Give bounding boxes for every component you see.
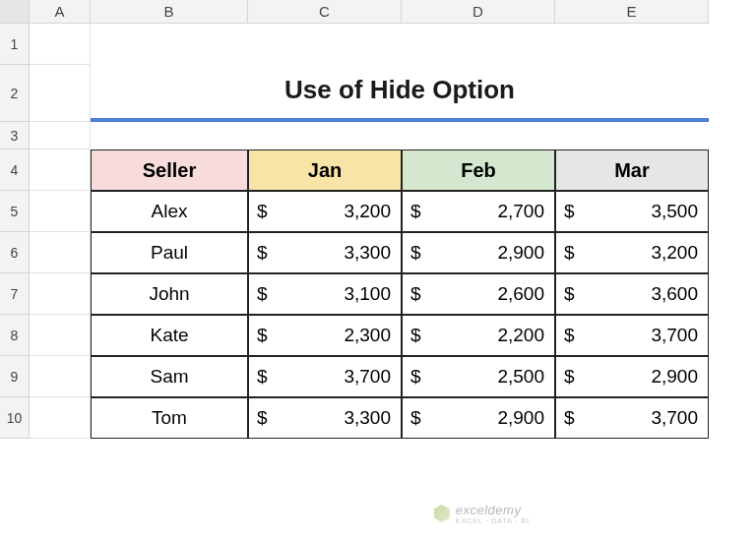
table-header-jan[interactable]: Jan	[248, 149, 402, 191]
cell-value: 3,700	[273, 366, 391, 388]
cell-value: 3,200	[273, 201, 391, 222]
currency-symbol: $	[257, 325, 273, 346]
watermark: exceldemy EXCEL · DATA · BI	[434, 503, 530, 524]
cell-value: 3,500	[580, 201, 698, 222]
cell-value: 2,500	[426, 366, 544, 388]
currency-symbol: $	[257, 366, 273, 388]
cell[interactable]	[30, 24, 91, 65]
cell[interactable]	[30, 65, 91, 122]
table-header-seller[interactable]: Seller	[91, 149, 248, 191]
cell-value: 2,700	[426, 201, 544, 222]
col-header-b[interactable]: B	[91, 0, 248, 24]
cell[interactable]	[30, 315, 91, 356]
cell[interactable]	[30, 356, 91, 397]
seller-cell[interactable]: John	[91, 273, 248, 315]
currency-symbol: $	[257, 283, 273, 305]
value-cell[interactable]: $2,900	[402, 232, 555, 273]
value-cell[interactable]: $3,200	[555, 232, 709, 273]
currency-symbol: $	[410, 366, 426, 388]
value-cell[interactable]: $2,700	[402, 191, 555, 232]
spreadsheet-grid: A B C D E 1 2 3 4 5 6 7 8 9 10 Use of Hi…	[0, 0, 756, 439]
cell[interactable]	[30, 273, 91, 315]
cell-value: 3,700	[580, 325, 698, 346]
cell-value: 3,700	[580, 407, 698, 429]
seller-cell[interactable]: Sam	[91, 356, 248, 397]
cell-value: 3,600	[580, 283, 698, 305]
value-cell[interactable]: $3,700	[248, 356, 402, 397]
currency-symbol: $	[410, 283, 426, 305]
value-cell[interactable]: $3,600	[555, 273, 709, 315]
currency-symbol: $	[410, 407, 426, 429]
row-header-5[interactable]: 5	[0, 191, 30, 232]
cell-value: 2,900	[426, 242, 544, 264]
currency-symbol: $	[564, 407, 580, 429]
col-header-a[interactable]: A	[30, 0, 91, 24]
seller-cell[interactable]: Kate	[91, 315, 248, 356]
row-header-2[interactable]: 2	[0, 65, 30, 122]
row-header-4[interactable]: 4	[0, 149, 30, 191]
table-header-feb[interactable]: Feb	[402, 149, 555, 191]
seller-cell[interactable]: Paul	[91, 232, 248, 273]
currency-symbol: $	[564, 283, 580, 305]
cell-value: 2,600	[426, 283, 544, 305]
value-cell[interactable]: $3,100	[248, 273, 402, 315]
currency-symbol: $	[564, 366, 580, 388]
value-cell[interactable]: $2,600	[402, 273, 555, 315]
cell-value: 3,300	[273, 242, 391, 264]
currency-symbol: $	[564, 242, 580, 264]
cell-value: 3,100	[273, 283, 391, 305]
cell[interactable]	[30, 397, 91, 439]
cell[interactable]	[30, 122, 91, 149]
cell-value: 3,200	[580, 242, 698, 264]
value-cell[interactable]: $2,900	[402, 397, 555, 439]
cell-value: 3,300	[273, 407, 391, 429]
seller-cell[interactable]: Alex	[91, 191, 248, 232]
value-cell[interactable]: $3,500	[555, 191, 709, 232]
row-header-10[interactable]: 10	[0, 397, 30, 439]
cell[interactable]	[30, 232, 91, 273]
value-cell[interactable]: $2,200	[402, 315, 555, 356]
row-header-7[interactable]: 7	[0, 273, 30, 315]
value-cell[interactable]: $3,300	[248, 232, 402, 273]
cell-value: 2,900	[580, 366, 698, 388]
currency-symbol: $	[410, 242, 426, 264]
cell-value: 2,200	[426, 325, 544, 346]
currency-symbol: $	[257, 407, 273, 429]
col-header-c[interactable]: C	[248, 0, 402, 24]
col-header-e[interactable]: E	[555, 0, 709, 24]
table-header-mar[interactable]: Mar	[555, 149, 709, 191]
currency-symbol: $	[257, 201, 273, 222]
cell[interactable]	[30, 191, 91, 232]
select-all-corner[interactable]	[0, 0, 30, 24]
value-cell[interactable]: $2,300	[248, 315, 402, 356]
cell-value: 2,900	[426, 407, 544, 429]
value-cell[interactable]: $3,700	[555, 315, 709, 356]
cell[interactable]	[30, 149, 91, 191]
row-header-9[interactable]: 9	[0, 356, 30, 397]
currency-symbol: $	[564, 201, 580, 222]
value-cell[interactable]: $3,200	[248, 191, 402, 232]
row-header-6[interactable]: 6	[0, 232, 30, 273]
currency-symbol: $	[410, 325, 426, 346]
row-header-8[interactable]: 8	[0, 315, 30, 356]
value-cell[interactable]: $2,500	[402, 356, 555, 397]
value-cell[interactable]: $2,900	[555, 356, 709, 397]
currency-symbol: $	[564, 325, 580, 346]
seller-cell[interactable]: Tom	[91, 397, 248, 439]
watermark-name: exceldemy	[456, 503, 522, 517]
exceldemy-logo-icon	[434, 505, 450, 522]
currency-symbol: $	[410, 201, 426, 222]
watermark-subtitle: EXCEL · DATA · BI	[456, 517, 530, 524]
page-title[interactable]: Use of Hide Option	[91, 65, 709, 122]
row-header-1[interactable]: 1	[0, 24, 30, 65]
cell-value: 2,300	[273, 325, 391, 346]
currency-symbol: $	[257, 242, 273, 264]
value-cell[interactable]: $3,300	[248, 397, 402, 439]
value-cell[interactable]: $3,700	[555, 397, 709, 439]
col-header-d[interactable]: D	[402, 0, 555, 24]
row-header-3[interactable]: 3	[0, 122, 30, 149]
